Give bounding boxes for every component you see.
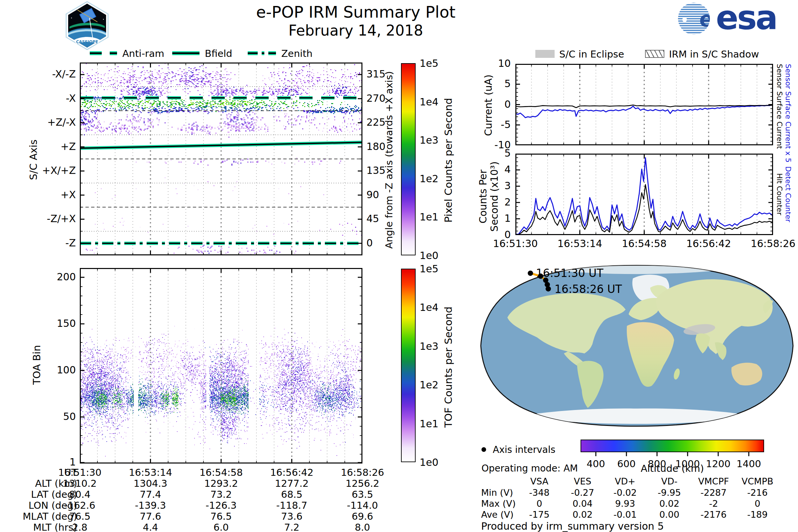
voltage-col-VSA: VSA: [530, 476, 549, 487]
info-cell: -114.0: [347, 500, 378, 511]
operating-mode: Operating mode: AM: [481, 463, 578, 474]
info-cell: 76.5: [69, 511, 91, 522]
sc-axis-category-+Z: +Z: [20, 141, 76, 152]
info-row-label-LAT (deg): LAT (deg): [3, 489, 77, 500]
info-cell: 16:51:30: [58, 467, 101, 478]
counts-tick-4: 4: [494, 164, 511, 175]
info-cell: 8.0: [355, 522, 370, 532]
info-cell: 2.8: [72, 522, 88, 532]
angle-tick-45: 45: [366, 213, 379, 225]
colorbar-tick-label: 1e0: [420, 250, 439, 261]
sc-axis-category--Z: -Z: [20, 237, 76, 249]
voltage-col-VD-: VD-: [661, 476, 677, 487]
current-tick-0: 0: [486, 98, 511, 110]
tof-counts-colorbar-label: TOF Counts per Second: [442, 271, 454, 463]
sc-axis-category-+X/+Z: +X/+Z: [20, 165, 76, 176]
voltage-cell: -216: [747, 488, 767, 498]
colorbar-tick-label: 1e2: [420, 173, 439, 185]
info-cell: -118.7: [276, 500, 307, 511]
colorbar-tick-label: 1e3: [420, 134, 439, 146]
voltage-cell: -175: [529, 509, 549, 520]
hit-counter-label: Hit Counter: [775, 154, 784, 235]
voltage-cell: -2176: [701, 509, 726, 520]
time-label-16:51:30: 16:51:30: [493, 238, 538, 249]
counter-rates-chart: [515, 154, 773, 235]
colorbar-tick-label: 1e1: [420, 211, 439, 223]
info-row-label-MLAT (deg): MLAT (deg): [3, 511, 77, 522]
sc-axis-category-+X: +X: [20, 189, 76, 201]
pixel-counts-colorbar-label: Pixel Counts per Second: [442, 64, 454, 257]
angle-tick-270: 270: [366, 92, 385, 104]
altitude-tick-1400: 1400: [737, 458, 761, 470]
info-cell: 77.6: [140, 511, 161, 522]
voltage-col-VMCPF: VMCPF: [698, 476, 729, 487]
current-tick-10: 10: [486, 58, 511, 69]
angle-tick-0: 0: [366, 237, 373, 249]
legend-label-anti-ram: Anti-ram: [122, 48, 164, 59]
toa-tick-150: 150: [50, 318, 76, 329]
voltage-cell: 9.93: [615, 498, 635, 509]
angle-tick-225: 225: [366, 116, 385, 128]
altitude-colorbar-ticks: [581, 452, 764, 457]
info-cell: 6.0: [213, 522, 229, 532]
info-cell: 1277.2: [275, 478, 308, 489]
counts-tick-5: 5: [494, 147, 511, 159]
colorbar-tick-label: 1e4: [420, 302, 439, 313]
info-cell: 77.4: [140, 489, 161, 500]
voltage-cell: -0.02: [613, 488, 637, 498]
track-start-time: 16:51:30 UT: [536, 267, 604, 280]
esa-wordmark: esa: [716, 1, 777, 36]
info-cell: 69.6: [352, 511, 374, 522]
info-cell: 16:53:14: [129, 467, 172, 478]
counts-ylabel-line1: Counts Per: [477, 170, 489, 224]
info-cell: -139.3: [135, 500, 166, 511]
ground-track-map: 16:51:30 UT 16:58:26 UT: [477, 264, 796, 427]
voltage-cell: 0.02: [573, 509, 592, 520]
esa-logo-e-glyph: e: [699, 7, 714, 32]
time-label-16:58:26: 16:58:26: [751, 238, 796, 249]
time-label-16:54:58: 16:54:58: [622, 238, 667, 249]
eclipse-legend-swatch: [535, 50, 555, 58]
info-cell: 1310.2: [63, 478, 96, 489]
sc-axis-category--X/-Z: -X/-Z: [20, 68, 76, 80]
legend-label-bfield: Bfield: [205, 48, 232, 59]
cassiope-patch-label: CASSIOPE: [76, 40, 98, 44]
voltage-cell: -189: [747, 509, 767, 520]
voltage-cell: 0.00: [659, 509, 679, 520]
sc-axis-spectrogram-overlay: [80, 62, 362, 255]
info-row-label-MLT (hrs): MLT (hrs): [3, 522, 77, 532]
info-cell: 1304.3: [134, 478, 167, 489]
voltage-cell: -0.27: [571, 488, 594, 498]
info-cell: 1256.2: [345, 478, 379, 489]
voltage-cell: 0.02: [659, 498, 679, 509]
voltage-cell: -9.95: [658, 488, 681, 498]
toa-tick-50: 50: [50, 411, 76, 422]
legend-label-irm-shadow: IRM in S/C Shadow: [669, 49, 759, 60]
produced-by: Produced by irm_summary version 5: [481, 520, 664, 532]
pixel-counts-colorbar: [401, 63, 416, 255]
epop-irm-summary-plot: CASSIOPE e-POP IRM Summary Plot February…: [0, 0, 798, 532]
angle-tick-135: 135: [366, 165, 385, 176]
colorbar-tick-label: 1e5: [420, 263, 439, 274]
voltage-cell: 0: [755, 498, 760, 509]
sensor-current-chart: [515, 64, 773, 145]
voltage-cell: -348: [529, 488, 549, 498]
sc-axis-category-+Z/-X: +Z/-X: [20, 116, 76, 128]
toa-tick-200: 200: [50, 271, 76, 283]
page-title: e-POP IRM Summary Plot: [206, 3, 506, 21]
colorbar-tick-label: 1e3: [420, 341, 439, 352]
voltage-cell: 0: [536, 498, 542, 509]
toa-tick-1: 1: [50, 456, 76, 468]
voltage-col-VD+: VD+: [615, 476, 635, 487]
info-cell: 16:56:42: [270, 467, 313, 478]
info-cell: 80.4: [69, 489, 91, 500]
info-cell: -126.3: [206, 500, 237, 511]
colorbar-tick-label: 1e4: [420, 96, 439, 108]
info-cell: 63.5: [352, 489, 374, 500]
voltage-col-VCMPB: VCMPB: [741, 476, 773, 487]
info-cell: 1293.2: [204, 478, 238, 489]
page-date: February 14, 2018: [206, 22, 506, 39]
info-cell: 68.5: [281, 489, 303, 500]
sensor-current-black-label: Sensor Surface Current: [775, 64, 784, 145]
info-cell: 16:58:26: [341, 467, 384, 478]
